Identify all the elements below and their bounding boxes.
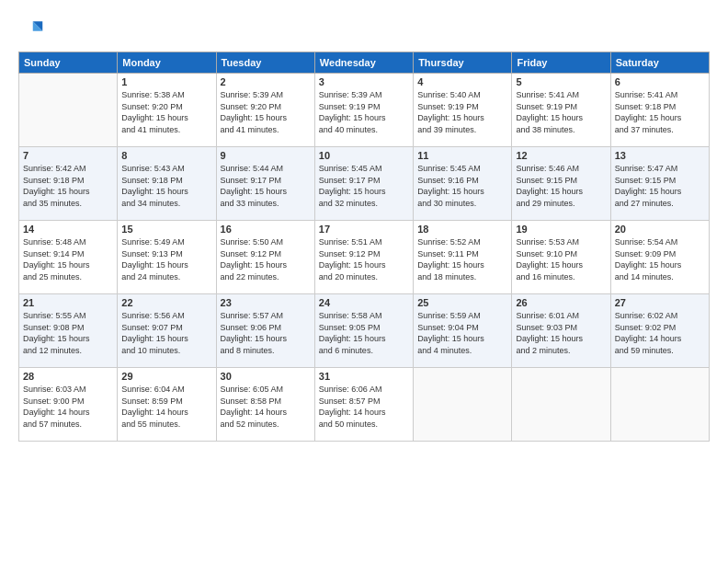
day-info: Sunrise: 5:43 AM Sunset: 9:18 PM Dayligh…: [121, 163, 211, 209]
weekday-header-row: SundayMondayTuesdayWednesdayThursdayFrid…: [19, 52, 710, 74]
calendar-cell: 24Sunrise: 5:58 AM Sunset: 9:05 PM Dayli…: [314, 294, 413, 368]
day-info: Sunrise: 5:52 AM Sunset: 9:11 PM Dayligh…: [417, 236, 507, 282]
calendar-cell: 29Sunrise: 6:04 AM Sunset: 8:59 PM Dayli…: [118, 368, 216, 442]
day-number: 27: [615, 297, 705, 308]
calendar-cell: 27Sunrise: 6:02 AM Sunset: 9:02 PM Dayli…: [610, 294, 709, 368]
day-info: Sunrise: 5:46 AM Sunset: 9:15 PM Dayligh…: [516, 163, 606, 209]
day-info: Sunrise: 5:45 AM Sunset: 9:17 PM Dayligh…: [319, 163, 409, 209]
day-number: 6: [615, 76, 705, 87]
calendar-cell: 1Sunrise: 5:38 AM Sunset: 9:20 PM Daylig…: [118, 74, 216, 147]
day-number: 7: [23, 150, 113, 161]
calendar-week-row: 1Sunrise: 5:38 AM Sunset: 9:20 PM Daylig…: [19, 74, 710, 147]
calendar-table: SundayMondayTuesdayWednesdayThursdayFrid…: [18, 52, 710, 442]
day-number: 22: [121, 297, 211, 308]
weekday-header-wednesday: Wednesday: [314, 52, 413, 74]
day-info: Sunrise: 5:51 AM Sunset: 9:12 PM Dayligh…: [319, 236, 409, 282]
calendar-week-row: 7Sunrise: 5:42 AM Sunset: 9:18 PM Daylig…: [19, 147, 710, 221]
calendar-cell: 31Sunrise: 6:06 AM Sunset: 8:57 PM Dayli…: [314, 368, 413, 442]
calendar-cell: 6Sunrise: 5:41 AM Sunset: 9:18 PM Daylig…: [610, 74, 709, 147]
calendar-cell: 20Sunrise: 5:54 AM Sunset: 9:09 PM Dayli…: [610, 221, 709, 294]
day-number: 5: [516, 76, 606, 87]
day-number: 25: [417, 297, 507, 308]
day-info: Sunrise: 6:02 AM Sunset: 9:02 PM Dayligh…: [615, 310, 705, 356]
day-info: Sunrise: 5:45 AM Sunset: 9:16 PM Dayligh…: [417, 163, 507, 209]
calendar-cell: [512, 368, 610, 442]
day-info: Sunrise: 5:57 AM Sunset: 9:06 PM Dayligh…: [221, 310, 311, 356]
calendar-cell: [610, 368, 709, 442]
calendar-cell: 30Sunrise: 6:05 AM Sunset: 8:58 PM Dayli…: [216, 368, 314, 442]
day-info: Sunrise: 5:58 AM Sunset: 9:05 PM Dayligh…: [319, 310, 409, 356]
day-info: Sunrise: 5:55 AM Sunset: 9:08 PM Dayligh…: [23, 310, 113, 356]
day-number: 17: [319, 224, 409, 235]
day-number: 2: [221, 76, 311, 87]
calendar-cell: 10Sunrise: 5:45 AM Sunset: 9:17 PM Dayli…: [314, 147, 413, 221]
day-number: 14: [23, 224, 113, 235]
calendar-cell: 25Sunrise: 5:59 AM Sunset: 9:04 PM Dayli…: [414, 294, 512, 368]
day-number: 12: [516, 150, 606, 161]
day-info: Sunrise: 5:56 AM Sunset: 9:07 PM Dayligh…: [121, 310, 211, 356]
calendar-cell: 16Sunrise: 5:50 AM Sunset: 9:12 PM Dayli…: [216, 221, 314, 294]
calendar-cell: 8Sunrise: 5:43 AM Sunset: 9:18 PM Daylig…: [118, 147, 216, 221]
logo-icon: [18, 17, 44, 42]
day-info: Sunrise: 5:39 AM Sunset: 9:19 PM Dayligh…: [319, 89, 409, 135]
day-number: 21: [23, 297, 113, 308]
calendar-cell: 19Sunrise: 5:53 AM Sunset: 9:10 PM Dayli…: [512, 221, 610, 294]
day-info: Sunrise: 5:41 AM Sunset: 9:19 PM Dayligh…: [516, 89, 606, 135]
day-info: Sunrise: 6:04 AM Sunset: 8:59 PM Dayligh…: [121, 384, 211, 430]
day-number: 9: [221, 150, 311, 161]
calendar-cell: 15Sunrise: 5:49 AM Sunset: 9:13 PM Dayli…: [118, 221, 216, 294]
calendar-week-row: 14Sunrise: 5:48 AM Sunset: 9:14 PM Dayli…: [19, 221, 710, 294]
calendar-cell: 23Sunrise: 5:57 AM Sunset: 9:06 PM Dayli…: [216, 294, 314, 368]
day-number: 8: [121, 150, 211, 161]
calendar-cell: [19, 74, 118, 147]
calendar-cell: 17Sunrise: 5:51 AM Sunset: 9:12 PM Dayli…: [314, 221, 413, 294]
day-number: 16: [221, 224, 311, 235]
day-info: Sunrise: 5:50 AM Sunset: 9:12 PM Dayligh…: [221, 236, 311, 282]
calendar-cell: 3Sunrise: 5:39 AM Sunset: 9:19 PM Daylig…: [314, 74, 413, 147]
day-info: Sunrise: 6:06 AM Sunset: 8:57 PM Dayligh…: [319, 384, 409, 430]
day-info: Sunrise: 5:59 AM Sunset: 9:04 PM Dayligh…: [417, 310, 507, 356]
header: [18, 17, 710, 42]
day-info: Sunrise: 5:47 AM Sunset: 9:15 PM Dayligh…: [615, 163, 705, 209]
day-number: 31: [319, 371, 409, 382]
day-info: Sunrise: 5:42 AM Sunset: 9:18 PM Dayligh…: [23, 163, 113, 209]
calendar-cell: 26Sunrise: 6:01 AM Sunset: 9:03 PM Dayli…: [512, 294, 610, 368]
page: SundayMondayTuesdayWednesdayThursdayFrid…: [0, 0, 728, 563]
day-info: Sunrise: 5:38 AM Sunset: 9:20 PM Dayligh…: [121, 89, 211, 135]
day-number: 18: [417, 224, 507, 235]
day-number: 30: [221, 371, 311, 382]
calendar-cell: 14Sunrise: 5:48 AM Sunset: 9:14 PM Dayli…: [19, 221, 118, 294]
day-info: Sunrise: 6:01 AM Sunset: 9:03 PM Dayligh…: [516, 310, 606, 356]
day-info: Sunrise: 5:49 AM Sunset: 9:13 PM Dayligh…: [121, 236, 211, 282]
weekday-header-sunday: Sunday: [19, 52, 118, 74]
day-number: 23: [221, 297, 311, 308]
day-number: 29: [121, 371, 211, 382]
day-info: Sunrise: 5:39 AM Sunset: 9:20 PM Dayligh…: [221, 89, 311, 135]
day-number: 10: [319, 150, 409, 161]
calendar-cell: 2Sunrise: 5:39 AM Sunset: 9:20 PM Daylig…: [216, 74, 314, 147]
day-info: Sunrise: 5:40 AM Sunset: 9:19 PM Dayligh…: [417, 89, 507, 135]
day-info: Sunrise: 5:48 AM Sunset: 9:14 PM Dayligh…: [23, 236, 113, 282]
calendar-cell: 13Sunrise: 5:47 AM Sunset: 9:15 PM Dayli…: [610, 147, 709, 221]
calendar-cell: 5Sunrise: 5:41 AM Sunset: 9:19 PM Daylig…: [512, 74, 610, 147]
logo: [18, 17, 48, 42]
calendar-cell: 18Sunrise: 5:52 AM Sunset: 9:11 PM Dayli…: [414, 221, 512, 294]
calendar-cell: 22Sunrise: 5:56 AM Sunset: 9:07 PM Dayli…: [118, 294, 216, 368]
calendar-week-row: 28Sunrise: 6:03 AM Sunset: 9:00 PM Dayli…: [19, 368, 710, 442]
weekday-header-friday: Friday: [512, 52, 610, 74]
day-number: 26: [516, 297, 606, 308]
calendar-week-row: 21Sunrise: 5:55 AM Sunset: 9:08 PM Dayli…: [19, 294, 710, 368]
day-info: Sunrise: 5:54 AM Sunset: 9:09 PM Dayligh…: [615, 236, 705, 282]
day-info: Sunrise: 5:53 AM Sunset: 9:10 PM Dayligh…: [516, 236, 606, 282]
day-info: Sunrise: 5:44 AM Sunset: 9:17 PM Dayligh…: [221, 163, 311, 209]
day-number: 4: [417, 76, 507, 87]
day-number: 19: [516, 224, 606, 235]
day-number: 3: [319, 76, 409, 87]
calendar-cell: [414, 368, 512, 442]
calendar-cell: 4Sunrise: 5:40 AM Sunset: 9:19 PM Daylig…: [414, 74, 512, 147]
calendar-cell: 21Sunrise: 5:55 AM Sunset: 9:08 PM Dayli…: [19, 294, 118, 368]
day-number: 24: [319, 297, 409, 308]
day-number: 28: [23, 371, 113, 382]
day-number: 20: [615, 224, 705, 235]
weekday-header-saturday: Saturday: [610, 52, 709, 74]
